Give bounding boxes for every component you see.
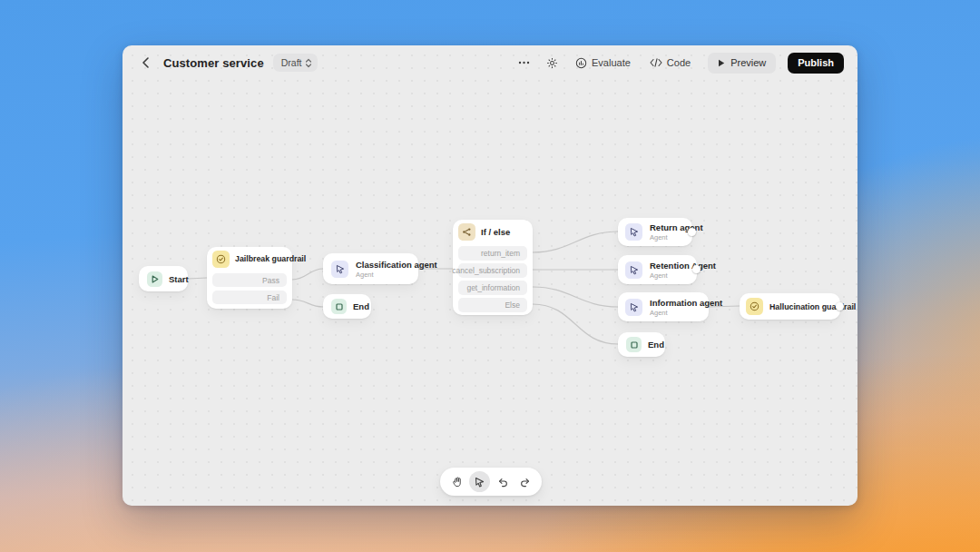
status-label: Draft <box>281 57 302 68</box>
node-classification-subtitle: Agent <box>356 271 437 279</box>
ellipsis-icon <box>518 61 530 64</box>
branch-else[interactable]: Else <box>458 298 527 312</box>
node-end-2-label: End <box>648 340 664 350</box>
edge-else-end <box>533 304 618 344</box>
node-jailbreak-title: Jailbreak guardrail <box>235 254 306 263</box>
settings-button[interactable] <box>541 53 563 73</box>
node-end-1[interactable]: End <box>323 294 371 319</box>
node-return-agent[interactable]: Return agent Agent <box>618 218 692 246</box>
chevron-updown-icon <box>305 58 312 68</box>
page-title: Customer service <box>163 56 264 70</box>
node-information-agent-title: Information agent <box>650 298 722 308</box>
if-else-icon <box>458 223 475 241</box>
select-tool-button[interactable] <box>469 471 490 492</box>
edge-returnitem-returnagent <box>533 232 618 252</box>
code-icon <box>650 58 662 67</box>
node-start-label: Start <box>169 274 189 284</box>
status-dropdown[interactable]: Draft <box>273 54 318 72</box>
branch-get-information[interactable]: get_information <box>458 281 527 295</box>
workflow-canvas[interactable]: Customer service Draft Evaluate Code <box>122 45 858 506</box>
canvas-toolbar <box>440 468 542 496</box>
edge-fail-end <box>292 300 323 307</box>
branch-return-item[interactable]: return_item <box>458 246 527 261</box>
publish-button[interactable]: Publish <box>788 53 844 74</box>
connection-handle[interactable] <box>836 302 844 310</box>
node-if-else[interactable]: If / else return_item cancel_subscriptio… <box>453 220 533 315</box>
code-button[interactable]: Code <box>643 53 697 73</box>
preview-button[interactable]: Preview <box>708 53 776 74</box>
branch-fail[interactable]: Fail <box>212 291 287 304</box>
undo-icon <box>497 477 508 488</box>
redo-button[interactable] <box>514 471 535 492</box>
evaluate-label: Evaluate <box>592 57 631 68</box>
undo-button[interactable] <box>492 471 513 492</box>
pan-tool-button[interactable] <box>446 471 467 492</box>
agent-icon <box>625 299 642 316</box>
node-end-2[interactable]: End <box>618 332 665 357</box>
node-information-agent[interactable]: Information agent Agent <box>618 292 709 321</box>
canvas-header: Customer service Draft Evaluate Code <box>122 45 858 80</box>
redo-icon <box>520 477 531 488</box>
node-start[interactable]: Start <box>139 266 188 291</box>
node-information-agent-subtitle: Agent <box>650 309 722 317</box>
branch-cancel-subscription[interactable]: cancel_subscription <box>458 263 527 278</box>
code-label: Code <box>667 57 691 68</box>
end-icon <box>331 299 347 314</box>
grab-hand-icon <box>452 476 463 488</box>
node-retention-agent[interactable]: Retention Agent Agent <box>618 255 697 284</box>
evaluate-button[interactable]: Evaluate <box>569 53 637 73</box>
more-menu-button[interactable] <box>513 53 534 73</box>
guardrail-icon <box>746 298 763 315</box>
node-hallucination-guardrail[interactable]: Hallucination guardrail <box>740 293 840 320</box>
node-classification-agent[interactable]: Classification agent Agent <box>323 253 418 284</box>
agent-icon <box>625 261 642 279</box>
agent-icon <box>331 261 348 278</box>
select-cursor-icon <box>475 477 485 488</box>
edge-pass-classification <box>292 269 323 280</box>
connection-handle[interactable] <box>692 265 701 273</box>
branch-pass[interactable]: Pass <box>212 273 287 287</box>
connection-handle[interactable] <box>688 228 696 236</box>
edge-start-jailbreak <box>188 278 207 279</box>
guardrail-icon <box>212 251 230 268</box>
end-icon <box>626 337 642 352</box>
back-button[interactable] <box>136 54 154 72</box>
node-classification-title: Classification agent <box>356 260 437 270</box>
node-if-else-title: If / else <box>481 227 510 237</box>
edge-getinfo-information <box>533 287 618 307</box>
start-icon <box>147 271 162 287</box>
gear-icon <box>546 57 558 69</box>
node-retention-agent-title: Retention Agent <box>650 261 716 271</box>
node-retention-agent-subtitle: Agent <box>650 271 716 280</box>
evaluate-icon <box>575 57 587 69</box>
agent-icon <box>625 223 642 241</box>
node-jailbreak-guardrail[interactable]: Jailbreak guardrail Pass Fail <box>207 247 292 309</box>
node-end-1-label: End <box>353 301 369 311</box>
preview-label: Preview <box>730 57 766 68</box>
play-icon <box>718 59 725 67</box>
